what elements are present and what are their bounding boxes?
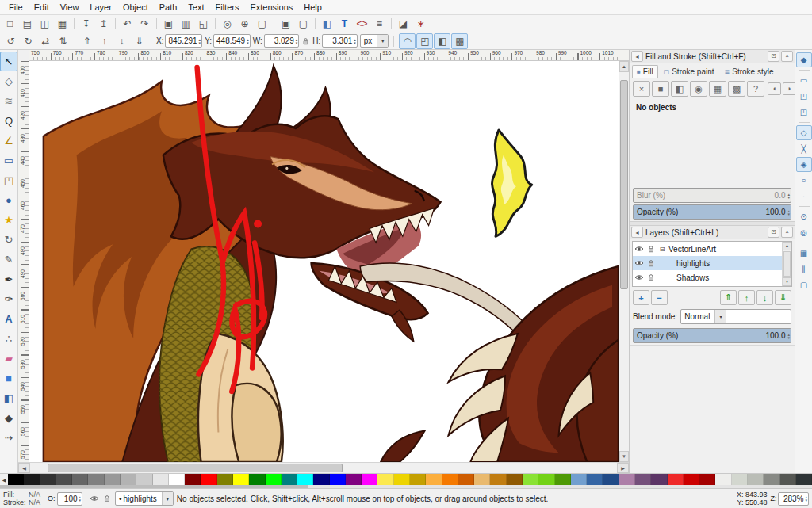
h-steppers[interactable]: ▴▾: [354, 38, 356, 44]
palette-swatch[interactable]: [217, 474, 233, 485]
pencil-tool[interactable]: ✎: [0, 250, 17, 269]
menu-item-help[interactable]: Help: [298, 2, 327, 13]
rotate-ccw-button[interactable]: ↺: [2, 33, 19, 49]
scroll-down-icon[interactable]: ▼: [619, 451, 629, 462]
move-gradients-toggle[interactable]: ◧: [434, 33, 450, 49]
palette-swatch[interactable]: [523, 474, 538, 485]
remove-layer-button[interactable]: −: [651, 290, 668, 305]
palette-swatch[interactable]: [571, 474, 587, 485]
ellipse-tool[interactable]: ●: [0, 190, 17, 210]
fill-stroke-close-button[interactable]: ×: [781, 51, 793, 62]
layer-visibility-icon[interactable]: [634, 273, 644, 281]
object-opacity-steppers[interactable]: ▴▾: [79, 495, 82, 502]
duplicate-button[interactable]: ◱: [195, 16, 212, 32]
unknown-paint-button[interactable]: ?: [747, 81, 764, 97]
h-input[interactable]: 3.301▴▾: [322, 34, 358, 48]
paste-button[interactable]: ▥: [178, 16, 194, 32]
horizontal-scroll-track[interactable]: [30, 463, 617, 473]
lower-to-bottom-button[interactable]: ⇓: [131, 33, 147, 49]
star-tool[interactable]: ★: [0, 210, 17, 230]
add-layer-button[interactable]: +: [633, 290, 649, 305]
ungroup-button[interactable]: ▢: [295, 16, 312, 32]
layers-collapse-button[interactable]: ◂: [631, 227, 643, 238]
flip-vertical-button[interactable]: ⇅: [55, 33, 71, 49]
lower-button[interactable]: ↓: [113, 33, 130, 49]
new-document-button[interactable]: □: [2, 16, 18, 32]
palette-swatch[interactable]: [699, 474, 715, 485]
menu-item-file[interactable]: File: [3, 2, 29, 13]
menu-item-edit[interactable]: Edit: [29, 2, 55, 13]
palette-swatch[interactable]: [458, 474, 474, 485]
pattern-button[interactable]: ▦: [709, 81, 726, 97]
status-layer-visibility-icon[interactable]: [90, 495, 99, 502]
palette-swatch[interactable]: [88, 474, 104, 485]
w-steppers[interactable]: ▴▾: [296, 38, 298, 44]
blur-steppers[interactable]: ▴▾: [787, 193, 790, 199]
raise-to-top-button[interactable]: ⇑: [79, 33, 95, 49]
palette-swatch[interactable]: [40, 474, 56, 485]
palette-swatch[interactable]: [442, 474, 458, 485]
dropper-tool[interactable]: ◆: [0, 408, 17, 428]
open-document-button[interactable]: ▤: [19, 16, 36, 32]
layers-close-button[interactable]: ×: [781, 227, 793, 238]
layer-visibility-icon[interactable]: [634, 259, 644, 267]
palette-swatch[interactable]: [233, 474, 249, 485]
dimensions-lock-icon[interactable]: [301, 37, 310, 45]
x-steppers[interactable]: ▴▾: [199, 38, 201, 44]
menu-item-filters[interactable]: Filters: [210, 2, 245, 13]
calligraphy-tool[interactable]: ✑: [0, 289, 17, 309]
move-patterns-toggle[interactable]: ▩: [451, 33, 468, 49]
copy-button[interactable]: ▣: [160, 16, 177, 32]
layers-scrollbar[interactable]: ▲ ▼: [782, 242, 791, 286]
zoom-steppers[interactable]: ▴▾: [805, 495, 807, 502]
scroll-right-icon[interactable]: ▶: [617, 463, 629, 473]
palette-swatch[interactable]: [780, 474, 796, 485]
object-opacity-input[interactable]: 100▴▾: [57, 492, 83, 506]
layer-lock-icon[interactable]: [646, 245, 656, 253]
layer-visibility-icon[interactable]: [634, 245, 644, 253]
palette-swatch[interactable]: [635, 474, 651, 485]
fill-rule-nonzero-button[interactable]: ◖: [768, 82, 781, 95]
palette-swatch[interactable]: [410, 474, 426, 485]
menu-item-extensions[interactable]: Extensions: [244, 2, 298, 13]
unit-selector[interactable]: px▾: [360, 34, 389, 48]
palette-swatch[interactable]: [555, 474, 571, 485]
w-input[interactable]: 3.029▴▾: [264, 34, 300, 48]
layer-expander-icon[interactable]: ⊟: [658, 246, 666, 253]
eraser-tool[interactable]: ▰: [0, 349, 17, 369]
palette-swatch[interactable]: [394, 474, 410, 485]
palette-swatch[interactable]: [538, 474, 554, 485]
layer-lock-icon[interactable]: [646, 273, 656, 281]
rectangle-tool[interactable]: ▭: [0, 151, 17, 170]
tab-stroke-style[interactable]: ≣Stroke style: [720, 65, 779, 78]
layer-row-highlights[interactable]: highlights: [633, 256, 782, 270]
zoom-page-button[interactable]: ▢: [254, 16, 270, 32]
snap-object-centers-toggle[interactable]: ⊙: [796, 209, 812, 224]
palette-swatch[interactable]: [105, 474, 121, 485]
palette-swatch[interactable]: [72, 474, 88, 485]
fill-stroke-indicator[interactable]: Fill:N/A Stroke:N/A: [3, 491, 40, 506]
linear-gradient-button[interactable]: ◧: [671, 81, 688, 97]
snap-guides-toggle[interactable]: ∥: [796, 262, 812, 277]
palette-swatch[interactable]: [24, 474, 40, 485]
vertical-scroll-thumb[interactable]: [620, 80, 628, 290]
text-tool[interactable]: A: [0, 309, 17, 329]
snap-bbox-toggle[interactable]: ▭: [796, 73, 812, 88]
group-button[interactable]: ▣: [278, 16, 294, 32]
scale-corners-toggle[interactable]: ◰: [416, 33, 433, 49]
box-3d-tool[interactable]: ◰: [0, 170, 17, 190]
palette-scroll-left-icon[interactable]: ◀: [0, 474, 8, 485]
y-steppers[interactable]: ▴▾: [247, 38, 249, 44]
palette-swatch[interactable]: [764, 474, 779, 485]
snap-smoo​th-nodes-toggle[interactable]: ○: [796, 173, 812, 188]
zoom-drawing-button[interactable]: ⊕: [236, 16, 253, 32]
tab-stroke-paint[interactable]: ▢Stroke paint: [659, 65, 719, 78]
canvas[interactable]: [29, 61, 619, 462]
document-properties-button[interactable]: ◪: [395, 16, 412, 32]
palette-swatch[interactable]: [668, 474, 684, 485]
menu-item-view[interactable]: View: [55, 2, 85, 13]
layer-lock-icon[interactable]: [646, 259, 656, 267]
palette-swatch[interactable]: [587, 474, 603, 485]
layer-lower-button[interactable]: ↓: [756, 290, 773, 305]
layer-row-shadows[interactable]: Shadows: [633, 270, 782, 285]
